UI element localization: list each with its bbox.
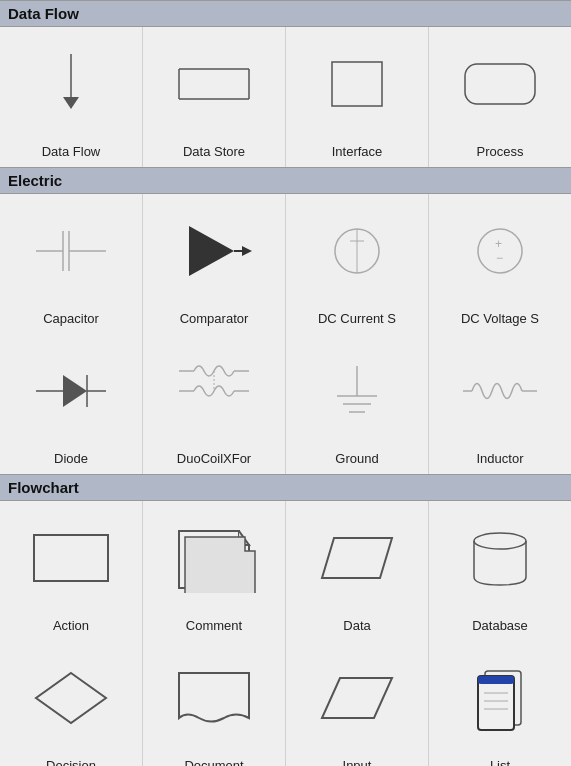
action-icon [0, 501, 142, 614]
svg-marker-12 [189, 226, 234, 276]
section-header-electric: Electric [0, 167, 571, 194]
comment-icon [143, 501, 285, 614]
comment-item[interactable]: Comment [143, 501, 285, 641]
svg-marker-43 [36, 673, 106, 723]
duocoil-icon [143, 334, 285, 447]
decision-label: Decision [46, 758, 96, 766]
comparator-label: Comparator [180, 311, 249, 326]
data-label: Data [343, 618, 370, 633]
data-store-item[interactable]: Data Store [143, 27, 285, 167]
process-icon [429, 27, 571, 140]
input-icon [286, 641, 428, 754]
svg-text:−: − [496, 251, 503, 265]
svg-rect-47 [478, 676, 514, 684]
capacitor-icon [0, 194, 142, 307]
data-flow-label: Data Flow [42, 144, 101, 159]
database-label: Database [472, 618, 528, 633]
action-label: Action [53, 618, 89, 633]
database-icon [429, 501, 571, 614]
svg-marker-44 [322, 678, 392, 718]
svg-rect-7 [465, 64, 535, 104]
dc-current-icon [286, 194, 428, 307]
flowchart-grid-row1: Action Comment Data [0, 501, 571, 641]
data-flow-icon [0, 27, 142, 140]
svg-point-40 [474, 533, 526, 549]
data-store-icon [143, 27, 285, 140]
data-icon [286, 501, 428, 614]
svg-marker-39 [322, 538, 392, 578]
input-label: Input [343, 758, 372, 766]
ground-label: Ground [335, 451, 378, 466]
document-icon [143, 641, 285, 754]
inductor-icon [429, 334, 571, 447]
list-item-cell[interactable]: List [429, 641, 571, 766]
inductor-item[interactable]: Inductor [429, 334, 571, 474]
decision-icon [0, 641, 142, 754]
section-header-flowchart: Flowchart [0, 474, 571, 501]
dc-voltage-icon: + − [429, 194, 571, 307]
comparator-icon [143, 194, 285, 307]
svg-marker-14 [242, 246, 252, 256]
data-item[interactable]: Data [286, 501, 428, 641]
svg-rect-6 [332, 62, 382, 106]
interface-icon [286, 27, 428, 140]
database-item[interactable]: Database [429, 501, 571, 641]
interface-item[interactable]: Interface [286, 27, 428, 167]
dc-current-label: DC Current S [318, 311, 396, 326]
svg-marker-38 [185, 537, 255, 593]
duocoil-label: DuoCoilXFor [177, 451, 251, 466]
data-store-label: Data Store [183, 144, 245, 159]
section-header-data-flow: Data Flow [0, 0, 571, 27]
duocoil-item[interactable]: DuoCoilXFor [143, 334, 285, 474]
inductor-label: Inductor [477, 451, 524, 466]
svg-text:+: + [495, 237, 502, 251]
interface-label: Interface [332, 144, 383, 159]
svg-rect-36 [34, 535, 108, 581]
action-item[interactable]: Action [0, 501, 142, 641]
decision-item[interactable]: Decision [0, 641, 142, 766]
dc-voltage-item[interactable]: + − DC Voltage S [429, 194, 571, 334]
input-item[interactable]: Input [286, 641, 428, 766]
capacitor-item[interactable]: Capacitor [0, 194, 142, 334]
electric-grid-row1: Capacitor Comparator DC Current S [0, 194, 571, 334]
ground-item[interactable]: Ground [286, 334, 428, 474]
diode-item[interactable]: Diode [0, 334, 142, 474]
data-flow-grid: Data Flow Data Store Interface P [0, 27, 571, 167]
dc-voltage-label: DC Voltage S [461, 311, 539, 326]
process-item[interactable]: Process [429, 27, 571, 167]
document-label: Document [184, 758, 243, 766]
comparator-item[interactable]: Comparator [143, 194, 285, 334]
diode-icon [0, 334, 142, 447]
data-flow-item[interactable]: Data Flow [0, 27, 142, 167]
ground-icon [286, 334, 428, 447]
svg-marker-1 [63, 97, 79, 109]
flowchart-grid-row2: Decision Document Input [0, 641, 571, 766]
electric-grid-row2: Diode DuoCoilXFor [0, 334, 571, 474]
dc-current-item[interactable]: DC Current S [286, 194, 428, 334]
list-label: List [490, 758, 510, 766]
svg-rect-46 [478, 676, 514, 730]
svg-marker-22 [63, 375, 87, 407]
process-label: Process [477, 144, 524, 159]
capacitor-label: Capacitor [43, 311, 99, 326]
document-item[interactable]: Document [143, 641, 285, 766]
diode-label: Diode [54, 451, 88, 466]
comment-label: Comment [186, 618, 242, 633]
list-icon [429, 641, 571, 754]
